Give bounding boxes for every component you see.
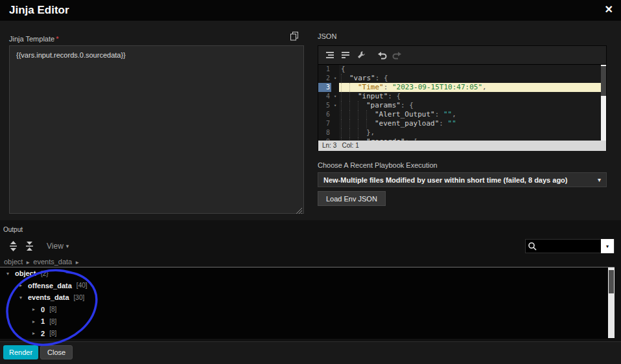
output-tree: ▾object{2}▸offense_data[40]▾events_data[… xyxy=(0,267,615,339)
copy-icon[interactable] xyxy=(290,31,299,43)
modal-header: Jinja Editor ✕ xyxy=(0,0,621,21)
code-token: "" xyxy=(448,119,456,128)
indent-guide xyxy=(349,101,358,110)
tree-key: object xyxy=(15,269,36,277)
tree-row[interactable]: ▸0[8] xyxy=(0,304,615,316)
json-label: JSON xyxy=(318,32,336,40)
code-token: : { xyxy=(401,101,414,110)
indent-guide xyxy=(358,101,366,110)
breadcrumb-item[interactable]: object xyxy=(4,258,23,266)
jinja-template-input[interactable]: {{vars.input.records.0.sourcedata}} xyxy=(9,45,304,214)
line-number: 7 xyxy=(318,119,331,128)
expand-all-icon[interactable] xyxy=(6,240,19,253)
tree-row[interactable]: ▾events_data[30] xyxy=(0,291,615,304)
tree-key: 0 xyxy=(41,306,45,313)
code-line-content: "vars": { xyxy=(339,74,606,83)
search-options-caret-icon[interactable]: ▾ xyxy=(601,239,614,253)
load-env-json-button[interactable]: Load Env JSON xyxy=(318,191,386,206)
collapse-toggle-icon[interactable]: ▾ xyxy=(331,101,339,110)
tree-expand-icon[interactable]: ▸ xyxy=(32,330,41,336)
collapse-toggle-icon[interactable]: ▾ xyxy=(331,92,339,101)
collapse-toggle-icon xyxy=(331,65,339,74)
code-line-content: { xyxy=(339,65,606,74)
json-editor-scrollbar xyxy=(601,65,606,141)
output-scrollbar-thumb[interactable] xyxy=(609,270,614,293)
code-token: : xyxy=(384,83,392,92)
code-token: "input" xyxy=(358,92,388,101)
indent-guide xyxy=(366,119,375,128)
json-code-area[interactable]: 1{2▾"vars": {3"Time": "2023-09-15T10:47:… xyxy=(318,65,606,141)
output-label: Output xyxy=(3,226,23,233)
code-line: 1{ xyxy=(318,65,606,74)
code-token: "Alert_Output" xyxy=(375,110,435,119)
indent-guide xyxy=(349,137,358,141)
code-token: "records" xyxy=(366,137,405,141)
tree-meta: {2} xyxy=(40,270,48,277)
tree-expand-icon[interactable]: ▸ xyxy=(19,282,28,288)
execution-label: Choose A Recent Playbook Execution xyxy=(318,161,438,169)
tree-expand-icon[interactable]: ▸ xyxy=(32,306,41,312)
view-dropdown[interactable]: View ▾ xyxy=(47,242,69,251)
execution-dropdown-value: New-Multiple files Modified by user with… xyxy=(323,176,594,184)
render-button[interactable]: Render xyxy=(3,345,38,359)
tree-collapse-icon[interactable]: ▾ xyxy=(19,295,28,301)
search-input[interactable] xyxy=(539,242,601,250)
indent-guide xyxy=(341,119,349,128)
code-line: 8}, xyxy=(318,128,606,137)
code-token: : [ xyxy=(405,137,418,141)
undo-icon[interactable] xyxy=(375,49,388,62)
collapse-toggle-icon xyxy=(331,110,339,119)
indent-guide xyxy=(341,74,349,83)
indent-guide xyxy=(341,83,349,92)
redo-icon[interactable] xyxy=(391,49,404,62)
code-line-content: "Alert_Output": "", xyxy=(339,110,606,119)
line-number: 6 xyxy=(318,110,331,119)
indent-guide xyxy=(358,110,366,119)
line-number: 8 xyxy=(318,128,331,137)
tree-row[interactable]: ▾object{2} xyxy=(0,267,615,280)
indent-guide xyxy=(341,110,349,119)
collapse-all-icon[interactable] xyxy=(23,240,36,253)
indent-guide xyxy=(341,101,349,110)
tree-row[interactable]: ▸2[8] xyxy=(0,328,615,339)
resize-grip-icon[interactable] xyxy=(296,205,303,217)
output-scrollbar xyxy=(608,267,615,338)
json-code-lines: 1{2▾"vars": {3"Time": "2023-09-15T10:47:… xyxy=(318,65,606,141)
collapse-toggle-icon[interactable]: ▾ xyxy=(331,74,339,83)
code-token: "event_payload" xyxy=(375,119,439,128)
format-icon[interactable] xyxy=(323,49,336,62)
code-line: 2▾"vars": { xyxy=(318,74,606,83)
code-token: : xyxy=(435,110,443,119)
line-number: 9 xyxy=(318,137,331,141)
execution-dropdown[interactable]: New-Multiple files Modified by user with… xyxy=(318,172,607,187)
collapse-toggle-icon[interactable]: ▾ xyxy=(331,137,339,141)
modal-footer: Render Close xyxy=(0,341,621,364)
line-number: 5 xyxy=(318,101,331,110)
tree-expand-icon[interactable]: ▸ xyxy=(32,319,41,324)
collapse-toggle-icon xyxy=(331,128,339,137)
code-line-content: "params": { xyxy=(339,101,606,110)
indent-guide xyxy=(341,137,349,141)
tree-collapse-icon[interactable]: ▾ xyxy=(6,271,15,277)
repair-icon[interactable] xyxy=(355,49,368,62)
close-button[interactable]: Close xyxy=(40,345,73,359)
breadcrumb-separator-icon: ► xyxy=(75,260,80,266)
close-icon[interactable]: ✕ xyxy=(605,3,613,16)
compact-icon[interactable] xyxy=(339,49,352,62)
indent-guide xyxy=(349,110,358,119)
indent-guide xyxy=(358,119,366,128)
code-token: : { xyxy=(388,92,401,101)
code-token: "Time" xyxy=(358,83,384,92)
breadcrumb-separator-icon: ► xyxy=(25,260,30,266)
code-token: { xyxy=(341,65,346,74)
tree-key: offense_data xyxy=(28,282,72,290)
code-line-content: "event_payload": "" xyxy=(339,119,606,128)
breadcrumb-item[interactable]: events_data xyxy=(33,258,72,266)
tree-meta: [8] xyxy=(49,306,56,313)
indent-guide xyxy=(341,92,349,101)
indent-guide xyxy=(349,83,358,92)
code-token: "params" xyxy=(366,101,401,110)
tree-row[interactable]: ▸offense_data[40] xyxy=(0,280,615,292)
json-editor-scrollbar-thumb[interactable] xyxy=(601,66,606,96)
tree-row[interactable]: ▸1[8] xyxy=(0,315,615,328)
